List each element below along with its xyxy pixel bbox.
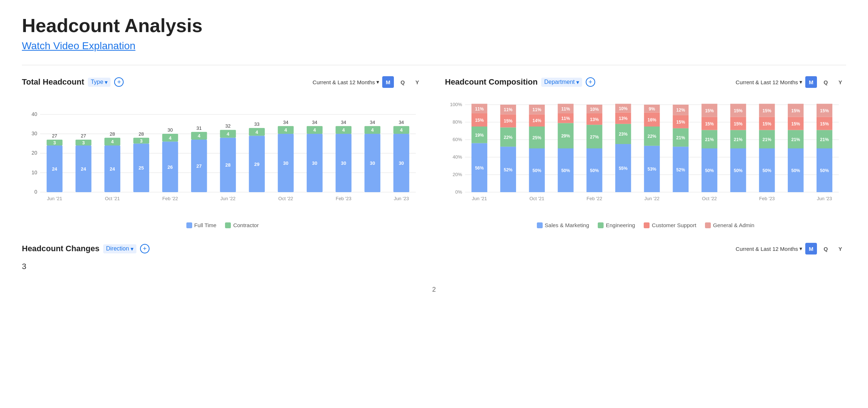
svg-text:22%: 22%	[647, 134, 656, 139]
headcount-changes-section: Headcount Changes Direction ▾ + Current …	[22, 243, 846, 271]
direction-filter-button[interactable]: Direction ▾	[103, 244, 136, 253]
contractor-label: Contractor	[233, 222, 259, 228]
svg-text:Oct '21: Oct '21	[105, 196, 120, 201]
svg-text:4: 4	[169, 135, 172, 141]
changes-period-m[interactable]: M	[805, 243, 817, 254]
svg-text:4: 4	[313, 127, 316, 133]
svg-text:50%: 50%	[791, 168, 800, 173]
svg-text:15%: 15%	[676, 120, 685, 125]
period-month-button[interactable]: M	[382, 76, 394, 88]
svg-text:30: 30	[399, 160, 404, 166]
changes-time-dropdown[interactable]: Current & Last 12 Months ▾	[736, 245, 802, 252]
composition-title: Headcount Composition	[445, 77, 538, 87]
svg-text:14%: 14%	[532, 118, 541, 123]
svg-text:Oct '22: Oct '22	[702, 196, 717, 201]
svg-text:28: 28	[225, 162, 230, 168]
svg-text:30: 30	[312, 160, 317, 166]
changes-period-y[interactable]: Y	[834, 243, 846, 254]
composition-add-button[interactable]: +	[586, 77, 595, 87]
svg-text:15%: 15%	[705, 108, 714, 113]
svg-text:22%: 22%	[504, 135, 512, 140]
total-headcount-chart: Total Headcount Type ▾ + Current & Last …	[22, 76, 423, 228]
changes-value: 3	[22, 262, 846, 271]
svg-text:15%: 15%	[734, 121, 743, 127]
composition-period-y[interactable]: Y	[834, 76, 846, 88]
chevron-down-icon: ▾	[105, 79, 108, 86]
svg-text:4: 4	[198, 133, 201, 139]
changes-title-group: Headcount Changes Direction ▾ +	[22, 244, 150, 253]
svg-text:27: 27	[81, 133, 86, 139]
section-divider	[22, 65, 846, 65]
svg-text:10%: 10%	[590, 107, 599, 112]
svg-text:34: 34	[399, 120, 404, 125]
page-title: Headcount Analysis	[22, 15, 846, 36]
composition-period-q[interactable]: Q	[820, 76, 832, 88]
svg-text:Oct '21: Oct '21	[530, 196, 545, 201]
period-year-button[interactable]: Y	[411, 76, 423, 88]
svg-text:10%: 10%	[619, 106, 628, 111]
svg-text:55%: 55%	[619, 166, 628, 171]
svg-text:24: 24	[81, 166, 86, 172]
composition-time-dropdown[interactable]: Current & Last 12 Months ▾	[736, 79, 802, 85]
video-explanation-link[interactable]: Watch Video Explanation	[22, 40, 135, 51]
total-headcount-title-group: Total Headcount Type ▾ +	[22, 77, 124, 87]
svg-text:4: 4	[371, 127, 374, 133]
legend-engineering: Engineering	[598, 222, 635, 228]
svg-text:Jun '23: Jun '23	[817, 196, 832, 201]
changes-add-button[interactable]: +	[140, 244, 150, 253]
svg-text:27: 27	[197, 163, 202, 169]
type-filter-button[interactable]: Type ▾	[88, 78, 111, 87]
composition-svg: 0%20%40%60%80%100%56%19%15%11%Jun '2152%…	[445, 94, 846, 210]
svg-text:31: 31	[197, 125, 202, 131]
svg-text:30: 30	[167, 127, 173, 133]
composition-time-controls: Current & Last 12 Months ▾ M Q Y	[736, 76, 846, 88]
svg-text:12%: 12%	[676, 108, 685, 113]
svg-text:50%: 50%	[820, 168, 829, 173]
legend-general-admin: General & Admin	[705, 222, 754, 228]
headcount-changes-header: Headcount Changes Direction ▾ + Current …	[22, 243, 846, 254]
svg-text:40: 40	[31, 111, 37, 117]
svg-text:20: 20	[31, 150, 37, 156]
svg-text:4: 4	[342, 127, 345, 133]
period-quarter-button[interactable]: Q	[397, 76, 408, 88]
svg-text:Oct '22: Oct '22	[278, 196, 293, 201]
legend-customer-support: Customer Support	[644, 222, 696, 228]
svg-text:34: 34	[283, 120, 288, 125]
fulltime-label: Full Time	[194, 222, 217, 228]
svg-text:Feb '23: Feb '23	[336, 196, 351, 201]
svg-text:52%: 52%	[676, 167, 685, 172]
svg-text:Feb '22: Feb '22	[162, 196, 178, 201]
dept-chevron-icon: ▾	[576, 79, 579, 86]
total-headcount-time-controls: Current & Last 12 Months ▾ M Q Y	[313, 76, 423, 88]
svg-text:11%: 11%	[561, 106, 570, 112]
svg-text:4: 4	[111, 139, 114, 144]
svg-text:29: 29	[254, 162, 259, 167]
contractor-color	[225, 222, 231, 228]
svg-text:4: 4	[400, 127, 403, 133]
svg-text:30: 30	[370, 160, 375, 166]
time-range-dropdown[interactable]: Current & Last 12 Months ▾	[313, 79, 379, 85]
svg-text:50%: 50%	[590, 168, 599, 173]
svg-text:33: 33	[254, 121, 259, 127]
svg-text:30: 30	[341, 160, 346, 166]
svg-text:3: 3	[82, 140, 85, 145]
composition-chart-area: 0%20%40%60%80%100%56%19%15%11%Jun '2152%…	[445, 94, 846, 218]
direction-chevron-icon: ▾	[131, 245, 133, 252]
add-filter-button[interactable]: +	[114, 77, 124, 87]
svg-text:15%: 15%	[763, 121, 771, 127]
svg-text:15%: 15%	[475, 118, 484, 123]
svg-text:Jun '21: Jun '21	[472, 196, 487, 201]
svg-text:11%: 11%	[475, 106, 484, 112]
svg-text:15%: 15%	[820, 121, 829, 127]
svg-text:13%: 13%	[619, 116, 628, 121]
svg-text:23%: 23%	[619, 132, 628, 137]
svg-text:11%: 11%	[561, 116, 570, 121]
composition-period-m[interactable]: M	[805, 76, 817, 88]
svg-text:Jun '22: Jun '22	[220, 196, 236, 201]
svg-text:25: 25	[139, 165, 144, 171]
dept-filter-button[interactable]: Department ▾	[541, 78, 582, 87]
composition-legend: Sales & Marketing Engineering Customer S…	[445, 222, 846, 228]
changes-period-q[interactable]: Q	[820, 243, 832, 254]
svg-text:30: 30	[31, 131, 37, 136]
svg-text:21%: 21%	[820, 137, 829, 142]
